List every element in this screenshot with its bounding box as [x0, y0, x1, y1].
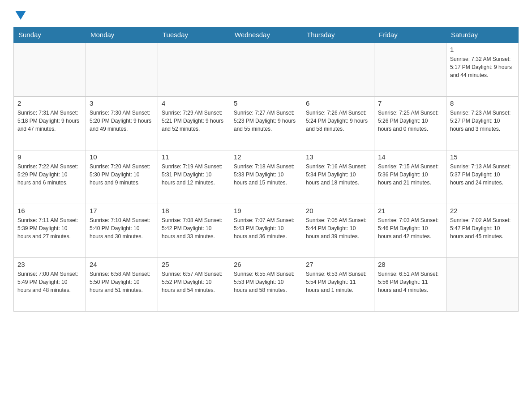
- day-info: Sunrise: 7:31 AM Sunset: 5:18 PM Dayligh…: [17, 109, 82, 133]
- day-of-week-header: Sunday: [14, 27, 86, 43]
- calendar-day-cell: 14Sunrise: 7:15 AM Sunset: 5:36 PM Dayli…: [374, 150, 446, 204]
- calendar-day-cell: 22Sunrise: 7:02 AM Sunset: 5:47 PM Dayli…: [446, 204, 519, 257]
- calendar-week-row: 9Sunrise: 7:22 AM Sunset: 5:29 PM Daylig…: [14, 150, 519, 204]
- day-number: 4: [162, 99, 226, 107]
- calendar-day-cell: 6Sunrise: 7:26 AM Sunset: 5:24 PM Daylig…: [302, 96, 374, 150]
- calendar-day-cell: 11Sunrise: 7:19 AM Sunset: 5:31 PM Dayli…: [158, 150, 230, 204]
- day-number: 11: [162, 153, 226, 161]
- calendar-day-cell: 8Sunrise: 7:23 AM Sunset: 5:27 PM Daylig…: [446, 96, 519, 150]
- day-info: Sunrise: 7:16 AM Sunset: 5:34 PM Dayligh…: [306, 163, 370, 187]
- day-number: 19: [234, 207, 298, 214]
- day-info: Sunrise: 7:32 AM Sunset: 5:17 PM Dayligh…: [450, 55, 515, 79]
- day-of-week-header: Saturday: [446, 27, 519, 43]
- calendar-day-cell: 5Sunrise: 7:27 AM Sunset: 5:23 PM Daylig…: [230, 96, 302, 150]
- day-number: 25: [162, 261, 226, 268]
- day-number: 18: [162, 207, 226, 214]
- calendar-day-cell: 23Sunrise: 7:00 AM Sunset: 5:49 PM Dayli…: [14, 257, 86, 311]
- calendar-day-cell: 1Sunrise: 7:32 AM Sunset: 5:17 PM Daylig…: [446, 43, 519, 96]
- calendar-day-cell: 2Sunrise: 7:31 AM Sunset: 5:18 PM Daylig…: [14, 96, 86, 150]
- day-info: Sunrise: 6:53 AM Sunset: 5:54 PM Dayligh…: [306, 270, 370, 294]
- page-header: [13, 9, 519, 19]
- day-of-week-header: Friday: [374, 27, 446, 43]
- day-info: Sunrise: 6:55 AM Sunset: 5:53 PM Dayligh…: [234, 270, 298, 294]
- calendar-day-cell: [86, 43, 158, 96]
- day-number: 10: [90, 153, 154, 161]
- day-info: Sunrise: 7:07 AM Sunset: 5:43 PM Dayligh…: [234, 216, 298, 240]
- calendar-day-cell: [374, 43, 446, 96]
- calendar-day-cell: [230, 43, 302, 96]
- calendar-day-cell: 13Sunrise: 7:16 AM Sunset: 5:34 PM Dayli…: [302, 150, 374, 204]
- day-number: 24: [90, 261, 154, 268]
- day-info: Sunrise: 7:29 AM Sunset: 5:21 PM Dayligh…: [162, 109, 226, 133]
- calendar-day-cell: 15Sunrise: 7:13 AM Sunset: 5:37 PM Dayli…: [446, 150, 519, 204]
- day-of-week-header: Thursday: [302, 27, 374, 43]
- calendar-header-row: SundayMondayTuesdayWednesdayThursdayFrid…: [14, 27, 519, 43]
- calendar-week-row: 2Sunrise: 7:31 AM Sunset: 5:18 PM Daylig…: [14, 96, 519, 150]
- day-info: Sunrise: 7:15 AM Sunset: 5:36 PM Dayligh…: [378, 163, 442, 187]
- day-info: Sunrise: 7:18 AM Sunset: 5:33 PM Dayligh…: [234, 163, 298, 187]
- day-of-week-header: Monday: [86, 27, 158, 43]
- calendar-day-cell: [446, 257, 519, 311]
- calendar-table: SundayMondayTuesdayWednesdayThursdayFrid…: [13, 27, 519, 312]
- day-number: 5: [234, 99, 298, 107]
- day-number: 9: [17, 153, 82, 161]
- day-number: 21: [378, 207, 442, 214]
- day-number: 8: [450, 99, 515, 107]
- day-number: 17: [90, 207, 154, 214]
- day-number: 22: [450, 207, 515, 214]
- calendar-day-cell: 27Sunrise: 6:53 AM Sunset: 5:54 PM Dayli…: [302, 257, 374, 311]
- calendar-day-cell: 26Sunrise: 6:55 AM Sunset: 5:53 PM Dayli…: [230, 257, 302, 311]
- day-number: 3: [90, 99, 154, 107]
- calendar-day-cell: 28Sunrise: 6:51 AM Sunset: 5:56 PM Dayli…: [374, 257, 446, 311]
- day-number: 14: [378, 153, 442, 161]
- day-number: 6: [306, 99, 370, 107]
- calendar-day-cell: 10Sunrise: 7:20 AM Sunset: 5:30 PM Dayli…: [86, 150, 158, 204]
- day-info: Sunrise: 6:58 AM Sunset: 5:50 PM Dayligh…: [90, 270, 154, 294]
- day-info: Sunrise: 7:02 AM Sunset: 5:47 PM Dayligh…: [450, 216, 515, 240]
- calendar-day-cell: 16Sunrise: 7:11 AM Sunset: 5:39 PM Dayli…: [14, 204, 86, 257]
- calendar-day-cell: 20Sunrise: 7:05 AM Sunset: 5:44 PM Dayli…: [302, 204, 374, 257]
- day-info: Sunrise: 7:03 AM Sunset: 5:46 PM Dayligh…: [378, 216, 442, 240]
- calendar-day-cell: 4Sunrise: 7:29 AM Sunset: 5:21 PM Daylig…: [158, 96, 230, 150]
- calendar-day-cell: 24Sunrise: 6:58 AM Sunset: 5:50 PM Dayli…: [86, 257, 158, 311]
- calendar-day-cell: 18Sunrise: 7:08 AM Sunset: 5:42 PM Dayli…: [158, 204, 230, 257]
- calendar-day-cell: 21Sunrise: 7:03 AM Sunset: 5:46 PM Dayli…: [374, 204, 446, 257]
- day-number: 27: [306, 261, 370, 268]
- day-of-week-header: Tuesday: [158, 27, 230, 43]
- calendar-day-cell: [302, 43, 374, 96]
- day-number: 15: [450, 153, 515, 161]
- day-number: 13: [306, 153, 370, 161]
- day-info: Sunrise: 7:05 AM Sunset: 5:44 PM Dayligh…: [306, 216, 370, 240]
- day-number: 2: [17, 99, 82, 107]
- calendar-day-cell: 9Sunrise: 7:22 AM Sunset: 5:29 PM Daylig…: [14, 150, 86, 204]
- day-of-week-header: Wednesday: [230, 27, 302, 43]
- calendar-day-cell: 25Sunrise: 6:57 AM Sunset: 5:52 PM Dayli…: [158, 257, 230, 311]
- calendar-week-row: 1Sunrise: 7:32 AM Sunset: 5:17 PM Daylig…: [14, 43, 519, 96]
- day-info: Sunrise: 7:26 AM Sunset: 5:24 PM Dayligh…: [306, 109, 370, 133]
- logo: [13, 9, 26, 19]
- day-info: Sunrise: 7:10 AM Sunset: 5:40 PM Dayligh…: [90, 216, 154, 240]
- calendar-day-cell: 17Sunrise: 7:10 AM Sunset: 5:40 PM Dayli…: [86, 204, 158, 257]
- calendar-day-cell: 19Sunrise: 7:07 AM Sunset: 5:43 PM Dayli…: [230, 204, 302, 257]
- calendar-day-cell: 3Sunrise: 7:30 AM Sunset: 5:20 PM Daylig…: [86, 96, 158, 150]
- day-info: Sunrise: 6:57 AM Sunset: 5:52 PM Dayligh…: [162, 270, 226, 294]
- day-number: 26: [234, 261, 298, 268]
- day-info: Sunrise: 7:00 AM Sunset: 5:49 PM Dayligh…: [17, 270, 82, 294]
- calendar-day-cell: 7Sunrise: 7:25 AM Sunset: 5:26 PM Daylig…: [374, 96, 446, 150]
- day-number: 12: [234, 153, 298, 161]
- day-info: Sunrise: 7:20 AM Sunset: 5:30 PM Dayligh…: [90, 163, 154, 187]
- day-number: 28: [378, 261, 442, 268]
- calendar-day-cell: 12Sunrise: 7:18 AM Sunset: 5:33 PM Dayli…: [230, 150, 302, 204]
- day-info: Sunrise: 6:51 AM Sunset: 5:56 PM Dayligh…: [378, 270, 442, 294]
- day-number: 20: [306, 207, 370, 214]
- day-info: Sunrise: 7:30 AM Sunset: 5:20 PM Dayligh…: [90, 109, 154, 133]
- day-info: Sunrise: 7:13 AM Sunset: 5:37 PM Dayligh…: [450, 163, 515, 187]
- day-info: Sunrise: 7:23 AM Sunset: 5:27 PM Dayligh…: [450, 109, 515, 133]
- day-number: 1: [450, 46, 515, 53]
- calendar-week-row: 23Sunrise: 7:00 AM Sunset: 5:49 PM Dayli…: [14, 257, 519, 311]
- calendar-week-row: 16Sunrise: 7:11 AM Sunset: 5:39 PM Dayli…: [14, 204, 519, 257]
- day-info: Sunrise: 7:27 AM Sunset: 5:23 PM Dayligh…: [234, 109, 298, 133]
- calendar-day-cell: [158, 43, 230, 96]
- day-info: Sunrise: 7:22 AM Sunset: 5:29 PM Dayligh…: [17, 163, 82, 187]
- calendar-day-cell: [14, 43, 86, 96]
